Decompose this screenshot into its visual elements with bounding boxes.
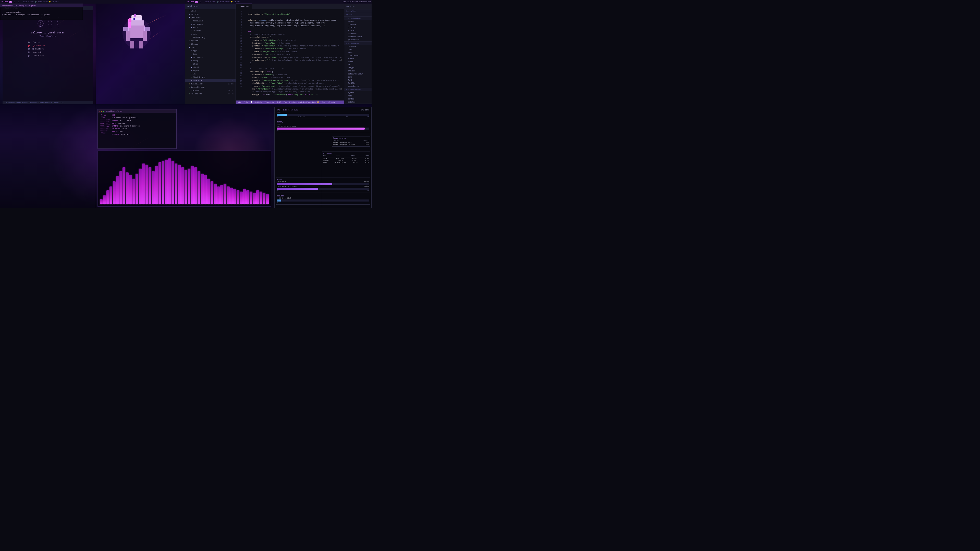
- outline-item-browser[interactable]: browser: [344, 69, 372, 73]
- outline-item-username[interactable]: username: [344, 45, 372, 48]
- sysmon-procs-section: Processes PIDNameCPU%MEM% 2529Hyprland0.…: [322, 151, 370, 207]
- outline-item-hostname[interactable]: hostname: [344, 23, 372, 26]
- wm-tag-1[interactable]: 1: [9, 1, 12, 3]
- editor-area: .dotfiles ▶ .git ▶ patches ▼ profiles ▶ …: [185, 3, 372, 104]
- neofetch-window: ● ● ● emmet@snowfire:~ \ // \\// ::::://…: [97, 109, 177, 149]
- fe-item-hardware[interactable]: ▶ hardware: [185, 56, 235, 59]
- fe-item-patches[interactable]: ▶ patches: [185, 13, 235, 16]
- fe-item-readme-md[interactable]: ○ README.md 14.7k: [185, 92, 235, 95]
- viz-bar-37: [220, 185, 223, 204]
- editor-status-pos: 3:10: [277, 101, 281, 103]
- pixel-char-container: [111, 10, 162, 56]
- qb-menu-quickmarks[interactable]: [b] Quickmarks: [27, 44, 68, 47]
- fe-item-user[interactable]: ▼ user: [185, 46, 235, 49]
- folder-icon-homelab: ▶: [191, 20, 192, 22]
- code-content[interactable]: description = "Flake of LibrePhoenix"; o…: [243, 9, 344, 100]
- wm-right-tag-2[interactable]: 2: [199, 1, 202, 3]
- viz-bar-29: [194, 167, 197, 204]
- editor-status-producer: Producer.p/LibrePhoenix.p 🔱: [290, 101, 320, 103]
- outline-item-np-name[interactable]: name: [344, 94, 372, 97]
- fe-item-readme-profiles[interactable]: ○ README.org: [185, 36, 235, 39]
- outline-item-system[interactable]: system: [344, 20, 372, 23]
- rapidash-content: rapidash-galar $ nix-shell -p scripts 'r…: [2, 11, 50, 16]
- outline-item-term[interactable]: term: [344, 76, 372, 79]
- sysmon-disk-fill-2: [277, 188, 318, 190]
- fe-item-wm[interactable]: ▶ wm: [185, 72, 235, 76]
- neo-packages: PACKAGES: 3577: [112, 127, 140, 130]
- outline-item-dotfilesdir[interactable]: dotfilesDir: [344, 54, 372, 57]
- qb-menu-search[interactable]: [o] Search: [27, 41, 68, 44]
- fe-item-app[interactable]: ▶ app: [185, 49, 235, 52]
- viz-bar-12: [139, 168, 142, 204]
- outline-item-locale[interactable]: locale: [344, 29, 372, 32]
- fe-item-style[interactable]: ▶ style: [185, 69, 235, 72]
- fe-item-lang[interactable]: ▶ lang: [185, 59, 235, 62]
- fe-item-bin[interactable]: ▶ bin: [185, 52, 235, 56]
- fe-item-flake-lock[interactable]: ○ flake.lock 27.5k: [185, 82, 235, 86]
- outline-item-font[interactable]: font: [344, 79, 372, 82]
- outline-item-editor[interactable]: editor: [344, 57, 372, 60]
- fe-item-profiles[interactable]: ▼ profiles: [185, 16, 235, 19]
- viz-bar-46: [250, 192, 252, 204]
- fe-item-work[interactable]: ▶ work: [185, 26, 235, 29]
- wm-app-name: ⬡ Tech: [1, 1, 8, 3]
- editor-tab-bar: flake.nix: [236, 3, 344, 9]
- neofetch-titlebar: ● ● ● emmet@snowfire:~: [98, 110, 177, 113]
- outline-item-np-config[interactable]: config: [344, 97, 372, 100]
- viz-bar-4: [113, 181, 116, 204]
- file-explorer[interactable]: .dotfiles ▶ .git ▶ patches ▼ profiles ▶ …: [185, 3, 236, 104]
- editor-status-mode: Nix: [238, 101, 241, 103]
- fe-item-flake-nix[interactable]: ○ flake.nix 2.2k: [185, 79, 235, 82]
- fe-item-license[interactable]: ○ LICENSE 34.2k: [185, 89, 235, 92]
- sysmon-cpu-bar-bg: [277, 114, 369, 116]
- fe-item-personal[interactable]: ▶ personal: [185, 22, 235, 26]
- viz-bar-50: [262, 193, 266, 204]
- viz-bar-42: [237, 190, 239, 204]
- outline-item-name[interactable]: name: [344, 48, 372, 51]
- fe-item-themes[interactable]: ▶ themes: [185, 42, 235, 46]
- outline-item-defaultroamdir[interactable]: defaultRoamDir: [344, 73, 372, 76]
- fe-item-system[interactable]: ▶ system: [185, 39, 235, 42]
- fe-item-wsl[interactable]: ▶ wsl: [185, 32, 235, 36]
- viz-bar-20: [165, 160, 168, 204]
- qb-menu-closetab[interactable]: [x] Close tab: [27, 54, 68, 57]
- outline-item-np-patches[interactable]: patches: [344, 100, 372, 103]
- wm-tag-3[interactable]: 3: [17, 1, 20, 3]
- qb-menu-history[interactable]: [S h] History: [27, 48, 68, 50]
- viz-bar-39: [227, 186, 230, 204]
- qb-status-text: file:///home/emmet/.browser/Tech/config/…: [3, 102, 64, 103]
- fe-item-shell[interactable]: ▶ shell: [185, 65, 235, 69]
- fe-item-install-org[interactable]: ○ install.org: [185, 86, 235, 89]
- neofetch-body: \ // \\// :::::///// ::::://// \\\\::::/…: [98, 113, 177, 137]
- fe-item-pkgs[interactable]: ▶ pkgs: [185, 62, 235, 65]
- neo-os: OS: nixos 24.05 (uakari): [112, 117, 140, 119]
- outline-item-spawned[interactable]: spawnEditor: [344, 85, 372, 88]
- outline-item-grubdevice[interactable]: grubDevice: [344, 38, 372, 41]
- outline-item-email[interactable]: email: [344, 51, 372, 54]
- fe-item-readme-user[interactable]: ○ README.org: [185, 76, 235, 79]
- outline-item-bootmode[interactable]: bootMode: [344, 32, 372, 35]
- neofetch-ascii: \ // \\// :::::///// ::::://// \\\\::::/…: [99, 114, 110, 136]
- sysmon-net-fill: [277, 200, 281, 202]
- outline-item-fontpkg[interactable]: fontPkg: [344, 82, 372, 85]
- outline-item-bootmountpath[interactable]: bootMountPath: [344, 35, 372, 38]
- outline-item-theme[interactable]: theme: [344, 60, 372, 63]
- outline-item-profile[interactable]: profile: [344, 26, 372, 29]
- editor-tab-flake[interactable]: flake.nix: [236, 3, 252, 9]
- fe-item-worklab[interactable]: ▶ worklab: [185, 29, 235, 32]
- viz-bar-34: [210, 181, 213, 204]
- sysmon-proc-row-3: 3186pipewire-pu0.150.18: [323, 162, 369, 164]
- fe-item-git[interactable]: ▶ .git: [185, 9, 235, 13]
- viz-bar-10: [132, 179, 135, 204]
- wm-right-tag-1[interactable]: 1: [195, 1, 198, 3]
- fe-item-homelab[interactable]: ▶ home.lab: [185, 19, 235, 22]
- wm-right-datetime: Sat 2024-03-09 05:06:00 PM: [343, 1, 371, 3]
- outline-item-np-system[interactable]: system: [344, 91, 372, 94]
- qb-menu-newtab[interactable]: [t] New tab: [27, 51, 68, 54]
- viz-bar-25: [181, 167, 184, 204]
- outline-item-wm[interactable]: wm: [344, 63, 372, 66]
- viz-bar-43: [240, 192, 243, 204]
- wm-right-app: ⬡ Tech: [187, 1, 194, 3]
- wm-tag-2[interactable]: 2: [13, 1, 16, 3]
- outline-item-wmtype[interactable]: wmType: [344, 66, 372, 69]
